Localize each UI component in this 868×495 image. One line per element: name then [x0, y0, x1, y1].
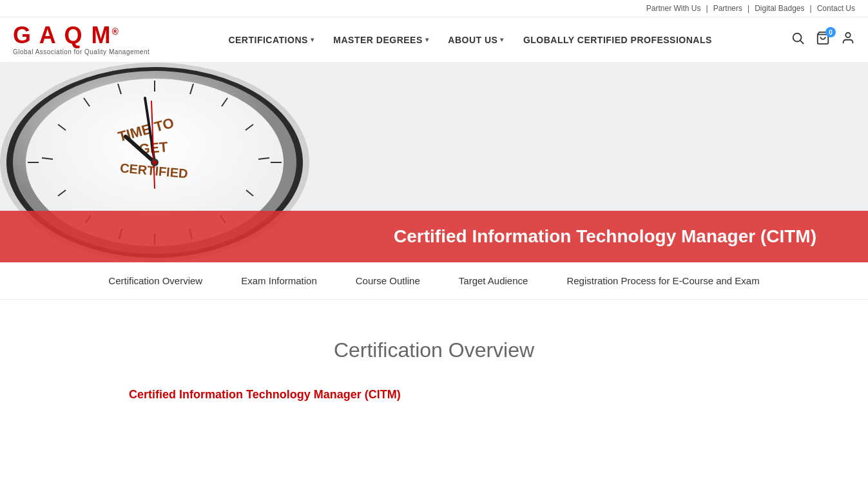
partner-with-us-link[interactable]: Partner With Us	[646, 4, 701, 13]
tab-certification-overview[interactable]: Certification Overview	[108, 275, 202, 286]
user-account-button[interactable]	[841, 31, 855, 48]
nav-about-us[interactable]: ABOUT US ▾	[448, 35, 504, 45]
utility-bar: Partner With Us | Partners | Digital Bad…	[0, 0, 868, 17]
tab-course-outline[interactable]: Course Outline	[356, 275, 420, 286]
svg-line-1	[800, 41, 804, 44]
svg-point-3	[845, 33, 850, 37]
logo-text: G A Q M®	[13, 24, 120, 47]
partners-link[interactable]: Partners	[713, 4, 742, 13]
svg-point-0	[793, 34, 802, 42]
sep1: |	[706, 4, 708, 13]
cart-button[interactable]: 0	[815, 31, 831, 48]
cert-name: Certified Information Technology Manager…	[129, 388, 739, 402]
hero-banner: TIME TO GET CERTIFIED Certified Informat…	[0, 63, 868, 262]
hero-title: Certified Information Technology Manager…	[394, 226, 816, 247]
digital-badges-link[interactable]: Digital Badges	[755, 4, 804, 13]
hero-red-banner: Certified Information Technology Manager…	[0, 211, 868, 262]
nav-certifications[interactable]: CERTIFICATIONS ▾	[228, 35, 314, 45]
header: G A Q M® Global Association for Quality …	[0, 17, 868, 63]
sep2: |	[747, 4, 749, 13]
logo[interactable]: G A Q M® Global Association for Quality …	[13, 24, 149, 55]
main-nav: CERTIFICATIONS ▾ MASTER DEGREES ▾ ABOUT …	[228, 35, 711, 45]
content-section: Certification Overview Certified Informa…	[0, 300, 868, 427]
contact-us-link[interactable]: Contact Us	[817, 4, 855, 13]
logo-subtitle: Global Association for Quality Managemen…	[13, 48, 149, 55]
svg-point-33	[153, 160, 157, 164]
chevron-down-icon: ▾	[425, 36, 429, 43]
search-button[interactable]	[791, 31, 805, 48]
tab-navigation: Certification Overview Exam Information …	[0, 262, 868, 300]
sep3: |	[810, 4, 812, 13]
section-title: Certification Overview	[129, 338, 739, 362]
header-icons: 0	[791, 31, 855, 48]
tab-registration-process[interactable]: Registration Process for E-Course and Ex…	[566, 275, 759, 286]
tab-target-audience[interactable]: Target Audience	[459, 275, 528, 286]
nav-master-degrees[interactable]: MASTER DEGREES ▾	[333, 35, 429, 45]
chevron-down-icon: ▾	[311, 36, 314, 43]
tab-exam-information[interactable]: Exam Information	[241, 275, 317, 286]
chevron-down-icon: ▾	[500, 36, 504, 43]
cart-count: 0	[825, 27, 836, 37]
nav-globally-certified[interactable]: GLOBALLY CERTIFIED PROFESSIONALS	[523, 35, 712, 45]
